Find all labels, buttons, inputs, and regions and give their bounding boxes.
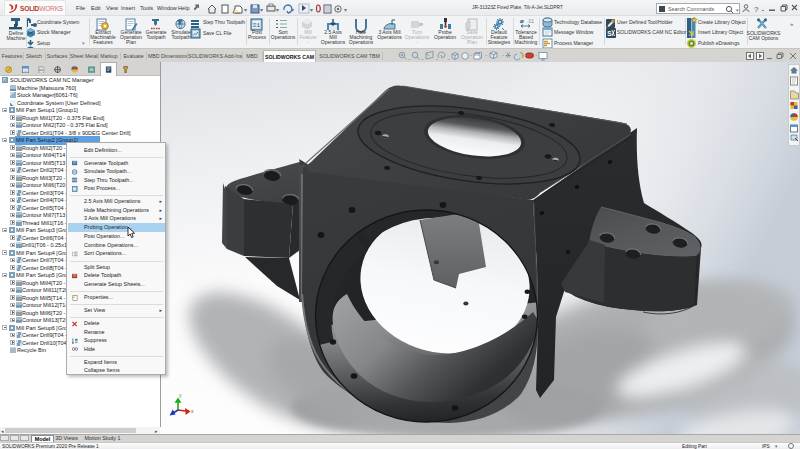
svg-text:▾: ▾ (260, 7, 263, 13)
svg-text:▾: ▾ (344, 7, 347, 13)
svg-text:▾: ▾ (276, 7, 279, 13)
svg-text:»: » (790, 21, 794, 27)
svg-text:⌀: ⌀ (520, 18, 524, 24)
svg-text:S: S (607, 30, 612, 37)
svg-text:≡1: ≡1 (253, 22, 261, 29)
svg-text:▾: ▾ (310, 7, 313, 13)
svg-text:▾: ▾ (244, 7, 247, 13)
svg-text:.01: .01 (527, 18, 534, 24)
svg-text:▾: ▾ (291, 7, 294, 13)
svg-text:?: ? (754, 5, 759, 14)
